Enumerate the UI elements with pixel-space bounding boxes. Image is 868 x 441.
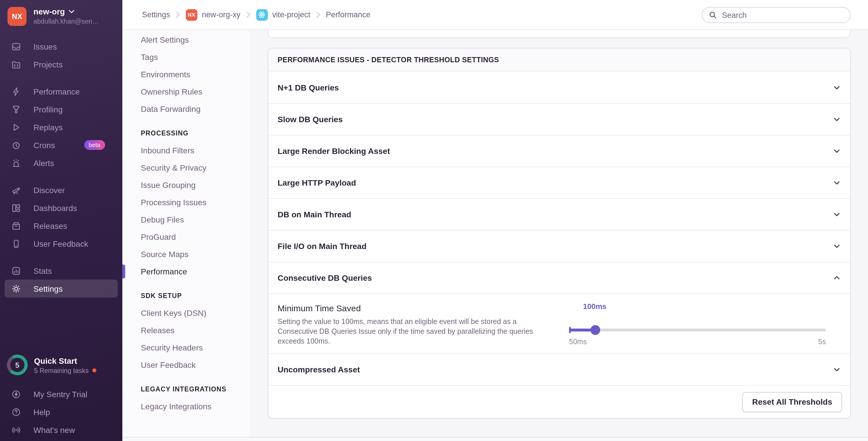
org-badge-icon: NX — [186, 9, 197, 21]
slider-start-tick — [569, 327, 571, 333]
bolt-circle-icon — [11, 389, 21, 399]
breadcrumb-org[interactable]: NX new-org-xy — [186, 9, 241, 21]
sidebar-nav: Issues Projects Performance Profiling Re… — [0, 37, 122, 298]
settings-nav-item-tags[interactable]: Tags — [122, 48, 249, 66]
chevron-down-icon — [833, 115, 841, 123]
sidebar-item-alerts[interactable]: Alerts — [0, 154, 122, 172]
accordion-row-consecutive-db-queries[interactable]: Consecutive DB Queries — [268, 262, 850, 294]
sentry-app: NX new-org abdullah.khan@sen… Issues Pro… — [0, 0, 868, 441]
settings-nav-header-processing: PROCESSING — [122, 125, 249, 142]
accordion-row-file-io-on-main-thread[interactable]: File I/O on Main Thread — [268, 230, 850, 262]
sidebar-item-performance[interactable]: Performance — [0, 82, 122, 100]
projects-icon — [11, 60, 21, 69]
react-project-icon — [256, 9, 268, 21]
feedback-phone-icon — [11, 239, 21, 248]
broadcast-icon — [11, 425, 21, 434]
sidebar-item-profiling[interactable]: Profiling — [0, 100, 122, 118]
issues-icon — [11, 42, 21, 51]
consecutive-db-queries-settings: Minimum Time Saved Setting the value to … — [268, 294, 850, 353]
breadcrumb-separator-icon — [316, 11, 320, 18]
settings-nav-item-inbound-filters[interactable]: Inbound Filters — [122, 142, 249, 159]
chevron-down-icon — [833, 179, 841, 187]
search-input[interactable] — [721, 10, 844, 20]
settings-nav-item-environments[interactable]: Environments — [122, 66, 249, 83]
topbar: Settings NX new-org-xy vite-project Perf… — [122, 0, 868, 30]
sidebar-item-trial[interactable]: My Sentry Trial — [0, 385, 122, 403]
progress-ring: 5 — [7, 354, 28, 375]
panel-header: PERFORMANCE ISSUES - DETECTOR THRESHOLD … — [268, 48, 850, 71]
clock-icon — [11, 140, 21, 149]
sidebar-item-label: Releases — [33, 221, 67, 230]
settings-nav-item-legacy-integrations[interactable]: Legacy Integrations — [122, 398, 249, 415]
sidebar-item-whats-new[interactable]: What's new — [0, 421, 122, 439]
sidebar-item-issues[interactable]: Issues — [0, 37, 122, 55]
chevron-down-icon — [69, 10, 75, 13]
settings-nav-item-debug-files[interactable]: Debug Files — [122, 211, 249, 228]
settings-nav-item-security-privacy[interactable]: Security & Privacy — [122, 159, 249, 176]
settings-nav-item-client-keys[interactable]: Client Keys (DSN) — [122, 304, 249, 322]
sidebar-item-label: Issues — [33, 42, 57, 51]
profiling-icon — [11, 105, 21, 114]
panel-footer: Reset All Thresholds — [268, 385, 850, 418]
reset-all-thresholds-button[interactable]: Reset All Thresholds — [742, 392, 842, 412]
sidebar-item-label: Profiling — [33, 105, 63, 114]
breadcrumb-project[interactable]: vite-project — [256, 9, 310, 21]
settings-nav-item-data-forwarding[interactable]: Data Forwarding — [122, 100, 249, 117]
settings-nav-header-legacy-integrations: LEGACY INTEGRATIONS — [122, 380, 249, 398]
gear-icon — [11, 284, 21, 293]
accordion-row-slow-db-queries[interactable]: Slow DB Queries — [268, 103, 850, 135]
slider-thumb[interactable] — [590, 325, 600, 335]
sidebar-item-projects[interactable]: Projects — [0, 55, 122, 73]
sidebar-item-crons[interactable]: Crons beta — [0, 136, 122, 154]
sidebar-item-help[interactable]: Help — [0, 403, 122, 421]
settings-nav-item-security-headers[interactable]: Security Headers — [122, 339, 249, 356]
sidebar-item-stats[interactable]: Stats — [0, 262, 122, 280]
settings-nav-item-user-feedback[interactable]: User Feedback — [122, 356, 249, 374]
settings-nav: Alert Settings Tags Environments Ownersh… — [122, 30, 249, 437]
slider-track[interactable] — [569, 329, 826, 332]
sidebar-item-label: Dashboards — [33, 203, 77, 212]
setting-description: Setting the value to 100ms, means that a… — [268, 313, 552, 346]
accordion-row-large-render-blocking-asset[interactable]: Large Render Blocking Asset — [268, 135, 850, 167]
main-sidebar: NX new-org abdullah.khan@sen… Issues Pro… — [0, 0, 122, 441]
siren-icon — [11, 158, 21, 167]
sidebar-item-replays[interactable]: Replays — [0, 118, 122, 136]
search-box[interactable] — [702, 7, 851, 23]
settings-nav-item-processing-issues[interactable]: Processing Issues — [122, 194, 249, 211]
quick-start[interactable]: 5 Quick Start 5 Remaining tasks — [0, 354, 122, 375]
sidebar-item-dashboards[interactable]: Dashboards — [0, 199, 122, 217]
org-meta: new-org abdullah.khan@sen… — [33, 7, 99, 25]
sidebar-item-label: Discover — [33, 185, 65, 195]
sidebar-item-discover[interactable]: Discover — [0, 181, 122, 199]
page-bottom-strip — [122, 438, 868, 441]
settings-nav-item-releases[interactable]: Releases — [122, 322, 249, 339]
settings-nav-item-alert-settings[interactable]: Alert Settings — [122, 31, 249, 48]
accordion-row-db-on-main-thread[interactable]: DB on Main Thread — [268, 198, 850, 230]
breadcrumb-settings[interactable]: Settings — [142, 10, 170, 19]
accordion-row-n-plus-one-db-queries[interactable]: N+1 DB Queries — [268, 71, 850, 103]
settings-nav-item-ownership-rules[interactable]: Ownership Rules — [122, 83, 249, 100]
sidebar-item-label: What's new — [33, 425, 75, 434]
org-switcher[interactable]: NX new-org abdullah.khan@sen… — [0, 0, 122, 26]
sidebar-item-label: Help — [33, 407, 50, 416]
sidebar-item-label: Crons — [33, 140, 55, 149]
bar-chart-icon — [11, 266, 21, 275]
telescope-icon — [11, 185, 21, 195]
sidebar-item-releases[interactable]: Releases — [0, 217, 122, 235]
chevron-down-icon — [833, 366, 841, 374]
settings-nav-item-issue-grouping[interactable]: Issue Grouping — [122, 176, 249, 194]
settings-nav-item-performance[interactable]: Performance — [122, 263, 249, 280]
sidebar-item-label: Performance — [33, 87, 80, 96]
settings-nav-item-proguard[interactable]: ProGuard — [122, 228, 249, 245]
chevron-down-icon — [833, 242, 841, 250]
previous-panel-edge — [268, 30, 851, 38]
accordion-row-large-http-payload[interactable]: Large HTTP Payload — [268, 167, 850, 198]
dashboard-grid-icon — [11, 203, 21, 212]
settings-nav-item-source-maps[interactable]: Source Maps — [122, 245, 249, 263]
accordion-row-uncompressed-asset[interactable]: Uncompressed Asset — [268, 353, 850, 385]
play-icon — [11, 123, 21, 132]
sidebar-item-user-feedback[interactable]: User Feedback — [0, 235, 122, 252]
sidebar-item-label: Projects — [33, 60, 63, 69]
sidebar-item-settings[interactable]: Settings — [5, 280, 118, 298]
archive-box-icon — [11, 221, 21, 230]
